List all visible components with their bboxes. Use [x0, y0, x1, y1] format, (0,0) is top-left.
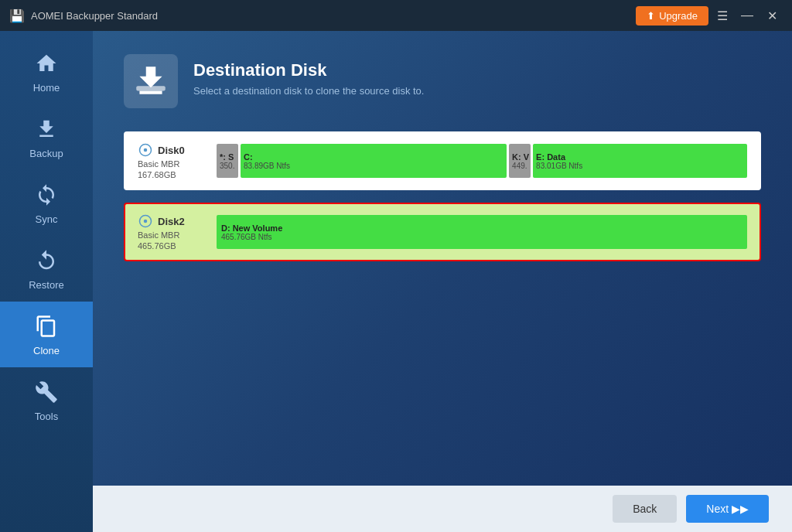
disk-card-disk0[interactable]: Disk0 Basic MBR 167.68GB *: S 350. C: 83…: [124, 131, 761, 190]
upgrade-icon: ⬆: [647, 10, 655, 22]
disk0-partition-k: K: V 449.: [509, 144, 531, 178]
disk2-type: Basic MBR: [138, 230, 179, 240]
svg-point-4: [144, 220, 148, 223]
bottom-bar: Back Next ▶▶: [93, 486, 792, 532]
minimize-button[interactable]: —: [736, 5, 758, 26]
titlebar-left: 💾 AOMEI Backupper Standard: [9, 9, 158, 23]
sidebar: Home Backup Sync Restore Clone: [0, 31, 93, 532]
disk0-partition-c: C: 83.89GB Ntfs: [241, 144, 507, 178]
disk0-type: Basic MBR: [138, 159, 179, 169]
page-subtitle: Select a destination disk to clone the s…: [193, 85, 424, 97]
page-header-text: Destination Disk Select a destination di…: [193, 54, 424, 97]
disk2-name-row: Disk2: [138, 213, 185, 229]
page-title: Destination Disk: [193, 60, 424, 80]
disk0-partitions: *: S 350. C: 83.89GB Ntfs K: V 449. E: D…: [217, 144, 747, 178]
clone-icon: [32, 312, 60, 340]
main-layout: Home Backup Sync Restore Clone: [0, 31, 792, 532]
disk0-size: 167.68GB: [138, 170, 176, 179]
disk0-label: Disk0 Basic MBR 167.68GB: [138, 142, 207, 179]
menu-button[interactable]: ☰: [712, 5, 733, 26]
restore-icon: [32, 247, 60, 275]
disk-list: Disk0 Basic MBR 167.68GB *: S 350. C: 83…: [124, 131, 761, 509]
disk0-name: Disk0: [158, 145, 185, 156]
app-title: AOMEI Backupper Standard: [31, 10, 158, 22]
sidebar-item-restore[interactable]: Restore: [0, 236, 93, 302]
disk0-name-row: Disk0: [138, 142, 185, 158]
disk0-partition-sys: *: S 350.: [217, 144, 238, 178]
sidebar-item-clone[interactable]: Clone: [0, 302, 93, 367]
sidebar-item-sync[interactable]: Sync: [0, 170, 93, 236]
svg-rect-0: [136, 86, 166, 90]
sync-icon: [32, 181, 60, 209]
destination-disk-icon: [124, 54, 178, 108]
titlebar: 💾 AOMEI Backupper Standard ⬆ Upgrade ☰ —…: [0, 0, 792, 31]
disk-card-disk2[interactable]: Disk2 Basic MBR 465.76GB D: New Volume 4…: [124, 203, 761, 261]
disk0-icon: [138, 142, 153, 158]
back-button[interactable]: Back: [613, 495, 677, 523]
disk2-partition-d: D: New Volume 465.76GB Ntfs: [217, 215, 747, 249]
disk2-partition-d-label: D: New Volume: [221, 223, 742, 233]
next-label: Next ▶▶: [706, 503, 749, 515]
svg-point-2: [144, 148, 148, 152]
disk2-name: Disk2: [158, 216, 185, 227]
sidebar-item-backup[interactable]: Backup: [0, 104, 93, 170]
next-button[interactable]: Next ▶▶: [686, 495, 769, 523]
disk0-partition-e: E: Data 83.01GB Ntfs: [533, 144, 747, 178]
sidebar-item-tools[interactable]: Tools: [0, 367, 93, 433]
upgrade-button[interactable]: ⬆ Upgrade: [636, 6, 708, 26]
home-icon: [32, 49, 60, 77]
content-area: Destination Disk Select a destination di…: [93, 31, 792, 532]
backup-icon: [32, 115, 60, 143]
sidebar-item-home[interactable]: Home: [0, 39, 93, 104]
page-header: Destination Disk Select a destination di…: [124, 54, 761, 108]
tools-icon: [32, 378, 60, 406]
app-logo-icon: 💾: [9, 9, 25, 23]
disk2-label: Disk2 Basic MBR 465.76GB: [138, 213, 207, 251]
close-button[interactable]: ✕: [761, 5, 783, 26]
disk2-size: 465.76GB: [138, 241, 176, 251]
disk2-partition-d-size: 465.76GB Ntfs: [221, 233, 742, 241]
titlebar-controls: ⬆ Upgrade ☰ — ✕: [636, 5, 783, 26]
disk2-icon: [138, 213, 153, 229]
